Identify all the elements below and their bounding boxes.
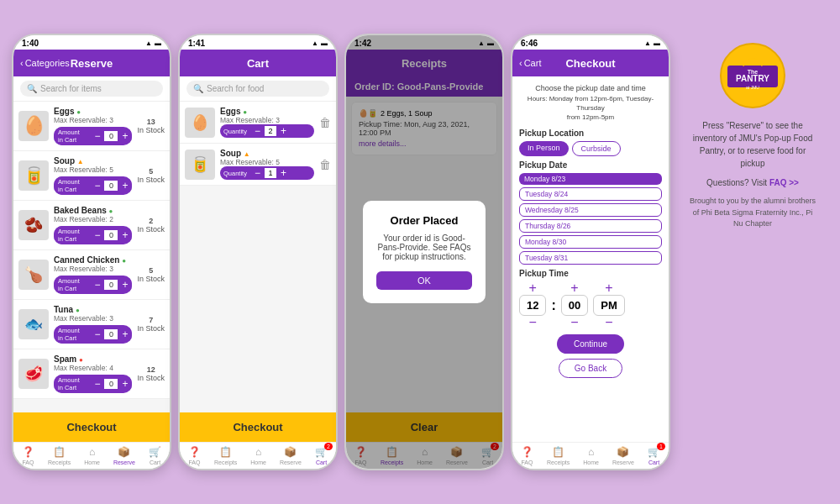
nav-faq[interactable]: ❓FAQ xyxy=(521,446,533,465)
soup-status: ▲ xyxy=(77,158,84,165)
checkout-screen: 6:46 ▲ ▬ ‹ Cart Checkout Choose the pick… xyxy=(511,34,670,470)
nav-receipts[interactable]: 📋Receipts xyxy=(214,446,237,465)
reserve-search-input[interactable]: 🔍 Search for items xyxy=(20,81,163,97)
back-cart-btn[interactable]: ‹ Cart xyxy=(519,58,541,68)
cart-soup-qty-controls[interactable]: Quantity − 1 + xyxy=(220,166,314,180)
chicken-plus-btn[interactable]: + xyxy=(118,278,132,291)
beans-cart-controls[interactable]: Amount in Cart − 0 + xyxy=(54,226,132,244)
modal-title: Order Placed xyxy=(376,214,472,227)
cart-soup-image: 🥫 xyxy=(185,150,215,180)
nav-reserve[interactable]: 📦Reserve xyxy=(113,446,135,465)
spam-cart-controls[interactable]: Amount in Cart − 0 + xyxy=(54,375,132,393)
soup-plus-btn[interactable]: + xyxy=(118,179,132,192)
beans-plus-btn[interactable]: + xyxy=(118,228,132,242)
nav-faq[interactable]: ❓FAQ xyxy=(188,446,201,465)
list-item: 🥩 Spam ● Max Reservable: 4 Amount in Car… xyxy=(13,349,170,399)
back-label: Categories xyxy=(25,58,70,68)
nav-home[interactable]: ⌂Home xyxy=(250,446,266,465)
ampm-down-btn[interactable]: − xyxy=(605,316,612,329)
nav-cart[interactable]: 🛒 2 Cart xyxy=(315,446,328,465)
spam-max: Max Reservable: 4 xyxy=(54,364,132,372)
tuna-cart-controls[interactable]: Amount in Cart − 0 + xyxy=(54,325,132,344)
nav-cart[interactable]: 🛒 1 Cart xyxy=(648,446,660,465)
chicken-cart-controls[interactable]: Amount in Cart − 0 + xyxy=(54,276,132,294)
nav-home[interactable]: ⌂Home xyxy=(84,446,100,465)
back-categories-btn[interactable]: ‹ Categories xyxy=(20,58,70,68)
egg-cart-controls[interactable]: Amount in Cart − 0 + xyxy=(54,127,132,145)
date-mon-830[interactable]: Monday 8/30 xyxy=(519,235,662,249)
pickup-time-title: Pickup Time xyxy=(519,269,662,278)
cart-egg-qty-controls[interactable]: Quantity − 2 + xyxy=(220,124,314,138)
soup-cart-controls[interactable]: Amount in Cart − 0 + xyxy=(54,176,132,195)
min-down-btn[interactable]: − xyxy=(570,316,578,329)
qty-label: Quantity xyxy=(220,126,250,137)
min-display: 00 xyxy=(561,295,588,316)
tuna-name: Tuna ● xyxy=(54,305,132,314)
cart-list-item: 🥫 Soup ▲ Max Reservable: 5 Quantity − 1 … xyxy=(180,144,336,186)
beans-status: ● xyxy=(109,207,113,215)
spam-minus-btn[interactable]: − xyxy=(90,377,104,391)
cart-soup-remove-btn[interactable]: 🗑 xyxy=(319,158,331,171)
cart-soup-plus-btn[interactable]: + xyxy=(276,166,291,180)
cart-egg-remove-btn[interactable]: 🗑 xyxy=(319,116,331,129)
beans-max: Max Reservable: 2 xyxy=(54,215,132,223)
tuna-image: 🐟 xyxy=(18,309,49,339)
nav-receipts[interactable]: 📋Receipts xyxy=(48,446,71,465)
cart-egg-name: Eggs ● xyxy=(220,107,314,116)
date-tue-831[interactable]: Tuesday 8/31 xyxy=(519,251,662,265)
cart-egg-minus-btn[interactable]: − xyxy=(250,124,265,138)
spam-plus-btn[interactable]: + xyxy=(118,377,132,391)
goback-button[interactable]: Go Back xyxy=(559,359,622,378)
tuna-minus-btn[interactable]: − xyxy=(90,328,104,341)
cart-badge: 1 xyxy=(657,443,665,450)
min-up-btn[interactable]: + xyxy=(570,281,578,295)
spam-info: Spam ● Max Reservable: 4 Amount in Cart … xyxy=(54,354,132,393)
ampm-up-btn[interactable]: + xyxy=(605,281,612,295)
amount-label: Amount in Cart xyxy=(54,325,90,344)
time-stepper: + 12 − : + 00 − + PM − xyxy=(519,281,662,329)
modal-body: Your order id is Good-Pans-Provide. See … xyxy=(376,234,472,261)
cart-egg-plus-btn[interactable]: + xyxy=(276,124,291,138)
hour-up-btn[interactable]: + xyxy=(529,281,537,295)
date-thu-826[interactable]: Thursday 8/26 xyxy=(519,219,662,233)
location-options: In Person Curbside xyxy=(519,141,662,156)
nav-reserve[interactable]: 📦Reserve xyxy=(612,446,634,465)
svg-text:at JMU: at JMU xyxy=(746,85,759,90)
beans-minus-btn[interactable]: − xyxy=(90,228,104,242)
cart-screen: 1:41 ▲ ▬ Cart 🔍 Search for food 🥚 Eggs ●… xyxy=(178,34,338,470)
hour-down-btn[interactable]: − xyxy=(529,316,537,329)
continue-button[interactable]: Continue xyxy=(557,334,624,354)
date-tue-824[interactable]: Tuesday 8/24 xyxy=(519,187,662,201)
nav-receipts[interactable]: 📋Receipts xyxy=(547,446,570,465)
in-person-btn[interactable]: In Person xyxy=(519,141,569,156)
curbside-btn[interactable]: Curbside xyxy=(572,141,621,156)
date-wed-825[interactable]: Wednesday 8/25 xyxy=(519,203,662,217)
chicken-info: Canned Chicken ● Max Reservable: 3 Amoun… xyxy=(54,255,132,294)
egg-plus-btn[interactable]: + xyxy=(118,129,132,143)
nav-home[interactable]: ⌂Home xyxy=(583,446,599,465)
nav-faq[interactable]: ❓FAQ xyxy=(22,446,34,465)
reserve-screen: 1:40 ▲ ▬ ‹ Categories Reserve 🔍 Search f… xyxy=(12,34,171,470)
soup-image: 🥫 xyxy=(18,160,49,191)
checkout-button[interactable]: Checkout xyxy=(13,412,170,442)
tuna-plus-btn[interactable]: + xyxy=(118,328,132,341)
modal-ok-btn[interactable]: OK xyxy=(376,271,472,290)
nav-reserve[interactable]: 📦Reserve xyxy=(280,446,302,465)
cart-checkout-button[interactable]: Checkout xyxy=(180,412,336,442)
faq-link[interactable]: FAQ >> xyxy=(769,178,799,187)
status-bar-reserve: 1:40 ▲ ▬ xyxy=(13,35,170,50)
cart-soup-minus-btn[interactable]: − xyxy=(250,166,265,180)
soup-minus-btn[interactable]: − xyxy=(90,179,104,192)
cart-soup-qty: 1 xyxy=(265,168,276,178)
faq-icon: ❓ xyxy=(521,446,533,458)
spam-qty: 0 xyxy=(104,379,118,389)
nav-cart[interactable]: 🛒Cart xyxy=(149,446,161,465)
egg-minus-btn[interactable]: − xyxy=(90,129,104,143)
back-arrow-icon: ‹ xyxy=(519,58,522,68)
cart-search-input[interactable]: 🔍 Search for food xyxy=(186,81,329,97)
cart-content: 🥚 Eggs ● Max Reservable: 3 Quantity − 2 … xyxy=(180,102,336,412)
date-mon-823[interactable]: Monday 8/23 xyxy=(519,173,662,185)
chicken-minus-btn[interactable]: − xyxy=(90,278,104,291)
checkout-content: Choose the pickup date and time Hours: M… xyxy=(512,76,669,442)
list-item: 🥫 Soup ▲ Max Reservable: 5 Amount in Car… xyxy=(13,151,170,201)
